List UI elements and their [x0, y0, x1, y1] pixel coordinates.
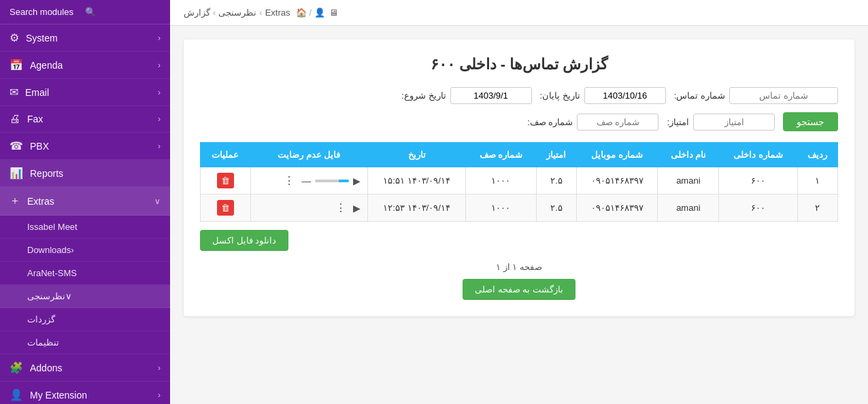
sidebar: Search modules 🔍 ⚙ System › 📅 Agenda › ✉…: [0, 0, 170, 404]
sidebar-item-fax[interactable]: 🖨 Fax ›: [0, 106, 170, 133]
main-content: 🖥 👤 / 🏠 Extras › نظرسنجی › گزارش گزارش ت…: [170, 0, 868, 404]
sidebar-search-label: Search modules: [10, 7, 85, 17]
sidebar-item-agenda[interactable]: 📅 Agenda ›: [0, 52, 170, 79]
cell-score: ۲.۵: [536, 195, 576, 222]
sidebar-item-downloads[interactable]: Downloads ›: [0, 239, 170, 262]
addons-icon: 🧩: [10, 361, 23, 374]
sidebar-item-label: Addons: [30, 363, 158, 373]
sidebar-item-label: نظرسنجی: [27, 291, 65, 301]
sidebar-item-label: Email: [25, 87, 158, 98]
extras-icon: ＋: [10, 194, 20, 208]
more-button-row2[interactable]: ⋮: [333, 200, 349, 216]
sidebar-item-addons[interactable]: 🧩 Addons ›: [0, 354, 170, 382]
end-date-label: تاریخ پایان:: [540, 90, 580, 101]
topbar-separator: /: [310, 7, 312, 18]
actions-row2: 🗑: [205, 200, 246, 216]
cell-audio: ▶ — ⋮: [250, 167, 368, 195]
score-input[interactable]: [693, 114, 775, 131]
chevron-down-icon: ∨: [154, 197, 161, 206]
sidebar-item-my-extension[interactable]: 👤 My Extension ›: [0, 382, 170, 404]
home-icon[interactable]: 🏠: [296, 7, 307, 18]
breadcrumb-nazarji[interactable]: نظرسنجی: [218, 7, 256, 18]
cell-index: ۱: [797, 167, 837, 195]
phone-label: شماره تماس:: [674, 90, 725, 101]
results-table-wrap: ردیف شماره داخلی نام داخلی شماره موبایل …: [200, 142, 838, 222]
play-button-row1[interactable]: ▶: [350, 174, 363, 188]
back-to-home-button[interactable]: بازگشت به صفحه اصلی: [463, 279, 575, 300]
table-row: ۱ ۶۰۰ amani ۰۹۰۵۱۴۶۸۳۹۷ ۲.۵ ۱۰۰۰ ۱۴۰۳/۰۹…: [201, 167, 838, 195]
system-icon: ⚙: [10, 31, 19, 44]
sidebar-item-label: My Extension: [30, 390, 158, 401]
sidebar-search-bar[interactable]: Search modules 🔍: [0, 0, 170, 24]
pbx-icon: ☎: [10, 139, 23, 152]
filter-phone-group: شماره تماس:: [674, 87, 838, 104]
email-icon: ✉: [10, 86, 18, 99]
breadcrumb-sep1: ›: [259, 7, 262, 18]
phone-input[interactable]: [729, 87, 838, 104]
chevron-right-icon: ›: [158, 33, 161, 43]
score-label: امتیاز:: [667, 117, 689, 127]
sidebar-item-issabel-meet[interactable]: Issabel Meet: [0, 216, 170, 239]
chevron-right-icon: ›: [71, 245, 73, 255]
queue-input[interactable]: [577, 114, 658, 131]
more-button-row1[interactable]: ⋮: [281, 173, 297, 188]
chevron-right-icon: ›: [158, 390, 161, 400]
sidebar-item-reports[interactable]: 📊 Reports: [0, 160, 170, 187]
filter-end-date-group: تاریخ پایان:: [540, 87, 666, 104]
breadcrumb-extras[interactable]: Extras: [265, 7, 290, 18]
cell-internal-number: ۶۰۰: [719, 195, 798, 222]
sidebar-item-label: Fax: [27, 114, 158, 124]
agenda-icon: 📅: [10, 58, 23, 71]
sidebar-item-label: گزردات: [27, 314, 55, 324]
sidebar-item-pbx[interactable]: ☎ PBX ›: [0, 133, 170, 160]
cell-mobile: ۰۹۰۵۱۴۶۸۳۹۷: [577, 195, 658, 222]
sidebar-item-nazarji[interactable]: نظرسنجی ∨: [0, 285, 170, 308]
sidebar-item-email[interactable]: ✉ Email ›: [0, 79, 170, 106]
delete-button-row2[interactable]: 🗑: [217, 200, 234, 216]
col-header-actions: عملیات: [201, 143, 251, 167]
col-header-date: تاریخ: [368, 143, 466, 167]
filters-row2: جستجو امتیاز: شماره صف:: [200, 112, 838, 131]
sidebar-item-tanzimaat[interactable]: تنظیمات: [0, 331, 170, 354]
sidebar-item-label: Downloads: [27, 245, 71, 255]
audio-progress-fill-row1: [339, 180, 349, 182]
pause-button-row1[interactable]: —: [299, 174, 314, 188]
sidebar-item-label: Reports: [30, 168, 161, 179]
cell-internal-name: amani: [658, 195, 719, 222]
col-header-index: ردیف: [797, 143, 837, 167]
sidebar-item-gozareshat[interactable]: گزردات: [0, 308, 170, 331]
sidebar-item-label: Extras: [27, 196, 154, 207]
user-icons: 🖥 👤: [314, 7, 338, 18]
content-area: گزارش تماس‌ها - داخلی ۶۰۰ شماره تماس: تا…: [170, 26, 868, 404]
play-button-row2[interactable]: ▶: [350, 201, 363, 215]
end-date-input[interactable]: [584, 87, 666, 104]
search-icon[interactable]: 🔍: [85, 7, 161, 17]
cell-queue: ۱۰۰۰: [465, 195, 536, 222]
cell-internal-number: ۶۰۰: [719, 167, 798, 195]
topbar: 🖥 👤 / 🏠 Extras › نظرسنجی › گزارش: [170, 0, 868, 26]
report-card: گزارش تماس‌ها - داخلی ۶۰۰ شماره تماس: تا…: [184, 39, 854, 316]
cell-internal-name: amani: [658, 167, 719, 195]
sidebar-item-extras[interactable]: ＋ Extras ∨: [0, 187, 170, 216]
actions-row1: 🗑: [205, 173, 246, 188]
results-table: ردیف شماره داخلی نام داخلی شماره موبایل …: [200, 142, 838, 222]
filters-row1: شماره تماس: تاریخ پایان: تاریخ شروع:: [200, 87, 838, 104]
queue-label: شماره صف:: [527, 117, 573, 127]
filter-score-group: امتیاز:: [667, 114, 775, 131]
breadcrumb-gozaresh[interactable]: گزارش: [184, 7, 210, 18]
download-excel-button[interactable]: دانلود فایل اکسل: [200, 230, 288, 251]
sidebar-item-label: Agenda: [30, 60, 158, 71]
delete-button-row1[interactable]: 🗑: [217, 173, 234, 188]
filter-start-date-group: تاریخ شروع:: [401, 87, 531, 104]
sidebar-item-label: System: [26, 33, 158, 44]
breadcrumb-sep2: ›: [213, 7, 216, 18]
pagination: صفحه ۱ از ۱: [200, 262, 838, 272]
sidebar-item-aranet-sms[interactable]: AraNet-SMS: [0, 262, 170, 285]
start-date-input[interactable]: [450, 87, 532, 104]
col-header-queue: شماره صف: [465, 143, 536, 167]
search-button[interactable]: جستجو: [783, 112, 838, 131]
chevron-right-icon: ›: [158, 363, 161, 373]
audio-progress-row1: [315, 180, 349, 182]
sidebar-item-system[interactable]: ⚙ System ›: [0, 24, 170, 52]
sidebar-item-label: PBX: [30, 141, 158, 152]
